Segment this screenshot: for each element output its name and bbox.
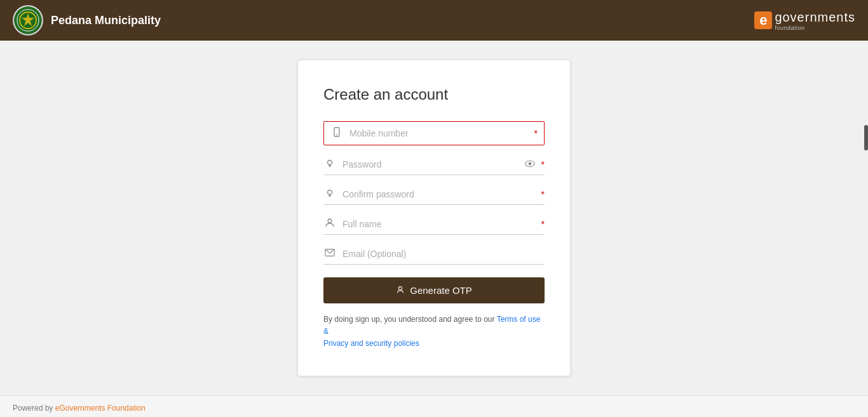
email-field-group bbox=[323, 248, 545, 265]
confirm-password-field-group: * bbox=[323, 188, 545, 205]
generate-otp-button[interactable]: Generate OTP bbox=[323, 277, 545, 303]
header: Pedana Municipality e governments founda… bbox=[0, 0, 868, 41]
password-required-star: * bbox=[541, 159, 545, 169]
confirm-password-required-star: * bbox=[541, 189, 545, 199]
email-icon bbox=[323, 248, 336, 260]
mobile-input[interactable] bbox=[349, 127, 531, 140]
egovt-foundation: foundation bbox=[775, 25, 855, 31]
header-title: Pedana Municipality bbox=[51, 14, 161, 27]
terms-prefix: By doing sign up, you understood and agr… bbox=[323, 315, 497, 324]
privacy-policy-link[interactable]: Privacy and security policies bbox=[323, 339, 419, 348]
password-input[interactable] bbox=[342, 158, 525, 171]
scrollbar-indicator[interactable] bbox=[864, 125, 868, 150]
logo-emblem bbox=[14, 6, 42, 34]
svg-point-15 bbox=[328, 219, 332, 223]
generate-otp-label: Generate OTP bbox=[410, 285, 472, 296]
create-account-card: Create an account * bbox=[297, 60, 571, 376]
full-name-required-star: * bbox=[541, 219, 545, 229]
egovt-brand: governments foundation bbox=[775, 10, 855, 31]
mobile-number-field-group: * bbox=[323, 121, 545, 145]
header-left: Pedana Municipality bbox=[13, 5, 161, 36]
email-input[interactable] bbox=[342, 248, 545, 260]
svg-point-5 bbox=[328, 161, 332, 165]
svg-rect-4 bbox=[336, 135, 338, 135]
egovt-text: governments bbox=[775, 10, 855, 25]
full-name-input[interactable] bbox=[342, 218, 538, 230]
svg-point-17 bbox=[399, 287, 402, 290]
main-content: Create an account * bbox=[0, 41, 868, 395]
confirm-password-input[interactable] bbox=[342, 188, 538, 201]
password-field-group: * bbox=[323, 158, 545, 175]
password-icon bbox=[323, 158, 336, 171]
mobile-required-star: * bbox=[534, 128, 538, 138]
municipality-logo bbox=[13, 5, 43, 36]
form-title: Create an account bbox=[323, 86, 545, 103]
svg-point-11 bbox=[328, 190, 332, 195]
confirm-password-icon bbox=[323, 188, 336, 201]
footer-link[interactable]: eGovernments Foundation bbox=[55, 404, 146, 413]
svg-point-10 bbox=[528, 162, 531, 166]
otp-button-icon bbox=[396, 285, 405, 296]
egovt-e-letter: e bbox=[754, 11, 772, 29]
mobile-icon bbox=[330, 127, 343, 140]
eye-icon[interactable] bbox=[525, 159, 535, 169]
terms-text: By doing sign up, you understood and agr… bbox=[323, 314, 545, 350]
person-icon bbox=[323, 218, 336, 230]
footer-text: Powered by bbox=[13, 404, 55, 413]
full-name-field-group: * bbox=[323, 218, 545, 235]
egovernments-logo: e governments foundation bbox=[754, 10, 855, 31]
footer: Powered by eGovernments Foundation bbox=[0, 395, 868, 417]
